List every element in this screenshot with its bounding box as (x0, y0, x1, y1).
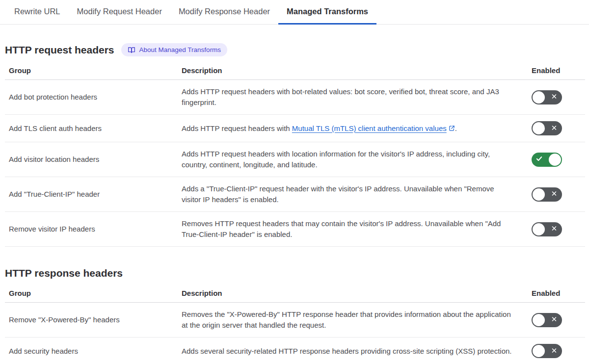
remove-visitor-ip-toggle[interactable] (532, 222, 562, 236)
visitor-location-toggle[interactable] (532, 153, 562, 167)
description-cell: Removes the "X-Powered-By" HTTP response… (182, 309, 527, 331)
tab-modify-request-header[interactable]: Modify Request Header (69, 0, 170, 25)
table-header-row: Group Description Enabled (5, 63, 585, 80)
about-managed-transforms-badge[interactable]: About Managed Transforms (121, 43, 228, 56)
group-cell: Add visitor location headers (5, 154, 182, 165)
table-row: Remove visitor IP headers Removes HTTP r… (5, 212, 585, 247)
link-text: Mutual TLS (mTLS) client authentication … (292, 124, 447, 132)
toggle-knob (533, 314, 545, 326)
mtls-docs-link[interactable]: Mutual TLS (mTLS) client authentication … (292, 124, 455, 132)
table-row: Add bot protection headers Adds HTTP req… (5, 80, 585, 115)
description-text: . (455, 124, 457, 132)
group-cell: Remove visitor IP headers (5, 224, 182, 234)
description-cell: Adds HTTP request headers with bot-relat… (182, 86, 527, 108)
toggle-knob (533, 188, 545, 201)
true-client-ip-toggle[interactable] (532, 187, 562, 202)
tab-bar: Rewrite URL Modify Request Header Modify… (0, 0, 589, 25)
remove-x-powered-by-toggle[interactable] (532, 313, 562, 327)
column-header-group: Group (5, 289, 182, 297)
x-icon (551, 93, 558, 102)
toggle-knob (533, 91, 545, 104)
table-row: Add visitor location headers Adds HTTP r… (5, 142, 585, 177)
badge-label: About Managed Transforms (139, 46, 221, 53)
group-cell: Add bot protection headers (5, 92, 182, 103)
external-link-icon (447, 124, 455, 132)
group-cell: Add TLS client auth headers (5, 123, 182, 134)
group-cell: Remove "X-Powered-By" headers (5, 314, 182, 325)
tab-modify-response-header[interactable]: Modify Response Header (170, 0, 278, 25)
request-headers-table: Group Description Enabled Add bot protec… (5, 63, 585, 247)
x-icon (551, 190, 558, 199)
column-header-description: Description (182, 289, 527, 297)
response-section-title: HTTP response headers (5, 267, 123, 279)
response-headers-table: Group Description Enabled Remove "X-Powe… (5, 286, 585, 364)
tab-managed-transforms[interactable]: Managed Transforms (278, 0, 376, 25)
group-cell: Add security headers (5, 346, 182, 357)
table-row: Add TLS client auth headers Adds HTTP re… (5, 115, 585, 142)
table-header-row: Group Description Enabled (5, 286, 585, 303)
description-cell: Adds HTTP request headers with location … (182, 149, 527, 170)
toggle-knob (533, 345, 545, 357)
x-icon (551, 347, 558, 355)
table-row: Add security headers Adds several securi… (5, 338, 585, 364)
response-section-header: HTTP response headers (5, 267, 585, 279)
x-icon (551, 225, 558, 234)
x-icon (551, 124, 558, 132)
table-row: Add "True-Client-IP" header Adds a "True… (5, 177, 585, 212)
security-headers-toggle[interactable] (532, 344, 562, 358)
open-book-icon (128, 46, 135, 54)
x-icon (551, 316, 558, 324)
description-cell: Adds a "True-Client-IP" request header w… (182, 183, 527, 205)
table-row: Remove "X-Powered-By" headers Removes th… (5, 303, 585, 338)
managed-transforms-panel: HTTP request headers About Managed Trans… (0, 43, 589, 364)
description-text: Adds HTTP request headers with (182, 124, 292, 132)
group-cell: Add "True-Client-IP" header (5, 189, 182, 200)
request-section-title: HTTP request headers (5, 44, 114, 56)
description-cell: Adds several security-related HTTP respo… (182, 346, 527, 357)
tab-rewrite-url[interactable]: Rewrite URL (6, 0, 69, 25)
request-section-header: HTTP request headers About Managed Trans… (5, 43, 585, 56)
column-header-enabled: Enabled (527, 289, 585, 297)
description-cell: Removes HTTP request headers that may co… (182, 218, 527, 240)
column-header-group: Group (5, 66, 182, 75)
toggle-knob (549, 154, 561, 166)
column-header-enabled: Enabled (527, 66, 585, 75)
column-header-description: Description (182, 66, 527, 75)
check-icon (535, 155, 543, 164)
toggle-knob (533, 223, 545, 235)
tls-client-auth-toggle[interactable] (532, 121, 562, 135)
bot-protection-toggle[interactable] (532, 90, 562, 104)
description-cell: Adds HTTP request headers with Mutual TL… (182, 123, 527, 134)
toggle-knob (533, 122, 545, 134)
